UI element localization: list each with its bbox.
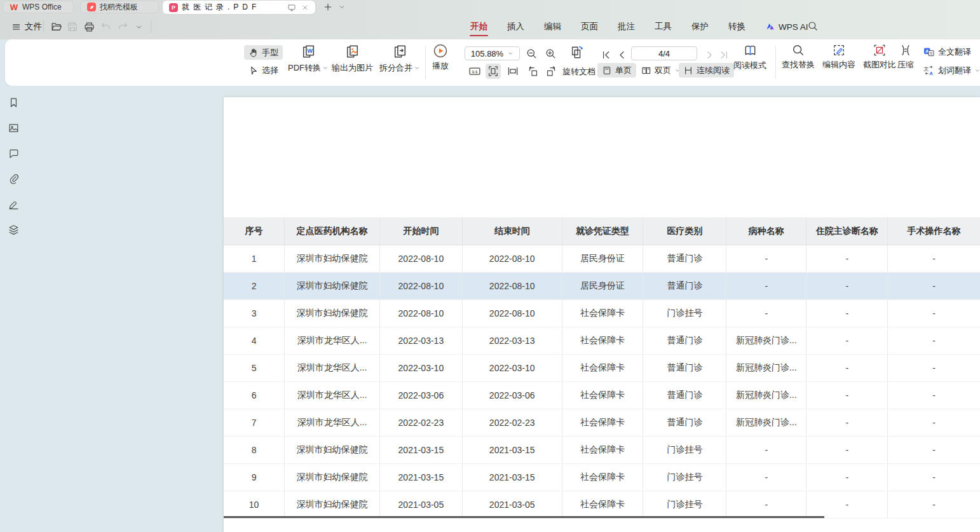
menu-item-comment[interactable]: 批注 <box>616 15 636 38</box>
play-button[interactable]: 播放 <box>432 43 449 72</box>
last-page-button[interactable] <box>716 47 732 62</box>
split-merge-icon <box>391 43 409 60</box>
export-image-button[interactable]: 输出为图片 <box>332 43 373 74</box>
compress-button[interactable]: 压缩 <box>897 43 914 71</box>
menu-item-protect[interactable]: 保护 <box>690 15 710 38</box>
undo-button[interactable] <box>99 19 114 34</box>
menu-item-page[interactable]: 页面 <box>580 15 599 38</box>
divider <box>425 46 426 79</box>
table-cell: - <box>806 327 888 355</box>
tab-list-chevron-icon[interactable] <box>336 0 348 14</box>
close-tab-icon[interactable] <box>301 4 309 11</box>
monitor-icon[interactable] <box>287 3 296 12</box>
fit-page-button[interactable] <box>486 64 501 79</box>
document-title: 就医记录.PDF <box>182 2 260 13</box>
redo-button[interactable] <box>115 19 130 34</box>
table-cell: 深圳市妇幼保健院 <box>285 464 380 491</box>
pdf-convert-button[interactable]: PDF转换 <box>288 43 329 74</box>
comments-icon[interactable] <box>8 147 20 160</box>
zoom-in-button[interactable] <box>543 46 558 61</box>
quickbar-more-chevron-icon[interactable] <box>131 19 146 34</box>
actual-size-button[interactable] <box>467 64 482 79</box>
table-cell: - <box>806 464 888 491</box>
thumbnails-icon[interactable] <box>8 122 20 134</box>
document-workspace: 序号定点医药机构名称开始时间结束时间就诊凭证类型医疗类别病种名称住院主诊断名称手… <box>0 86 980 532</box>
divider <box>775 46 776 79</box>
first-page-button[interactable] <box>598 47 613 62</box>
table-cell: 普通门诊 <box>643 327 726 355</box>
table-cell: 5 <box>224 355 285 382</box>
rotate-left-button[interactable] <box>525 64 540 79</box>
hand-tool-button[interactable]: 手型 <box>244 45 283 60</box>
table-cell: - <box>726 300 806 327</box>
page-number-input[interactable]: 4/4 <box>631 46 697 60</box>
continuous-read-button[interactable]: 连续阅读 <box>679 63 734 78</box>
table-cell: 深圳市妇幼保健院 <box>285 245 380 273</box>
continuous-icon <box>683 65 693 76</box>
table-cell: 门诊挂号 <box>643 300 726 327</box>
edit-content-button[interactable]: 编辑内容 <box>822 43 855 71</box>
table-cell: 2022-08-10 <box>380 273 463 300</box>
table-header-row: 序号定点医药机构名称开始时间结束时间就诊凭证类型医疗类别病种名称住院主诊断名称手… <box>224 217 980 245</box>
file-menu-button[interactable]: 文件 <box>8 18 46 35</box>
wps-pdf-window: W WPS Office 找稻壳模板 P 就医记录.PDF <box>0 0 980 532</box>
zoom-out-button[interactable] <box>524 46 539 61</box>
table-header-cell: 住院主诊断名称 <box>806 217 888 245</box>
menu-items: 开始插入编辑页面批注工具保护转换WPS AI <box>469 14 810 39</box>
table-cell: 2022-03-10 <box>463 355 562 382</box>
signature-icon[interactable] <box>8 198 20 210</box>
ribbon-toolbar: 手型 选择 PDF转换 输出为图片 拆分合并 播放 105.88% <box>5 39 980 86</box>
hamburger-icon <box>11 22 21 32</box>
pdf-file-icon: P <box>169 3 178 12</box>
split-merge-button[interactable]: 拆分合并 <box>379 43 420 74</box>
table-row: 8深圳市妇幼保健院2021-03-152021-03-15社会保障卡门诊挂号--… <box>224 437 980 464</box>
find-replace-button[interactable]: 查找替换 <box>782 43 815 71</box>
tab-document-active[interactable]: P 就医记录.PDF <box>163 1 315 14</box>
fit-width-button[interactable] <box>505 64 521 79</box>
table-cell: 深圳市龙华区人... <box>285 355 380 382</box>
double-page-view-button[interactable]: 双页 <box>637 63 685 78</box>
menu-item-edit[interactable]: 编辑 <box>543 15 562 38</box>
table-cell: 新冠肺炎门诊... <box>726 327 806 355</box>
table-row: 7深圳市龙华区人...2022-02-232022-02-23社会保障卡普通门诊… <box>224 409 980 437</box>
rotate-right-button[interactable] <box>543 64 559 79</box>
tab-docer-templates[interactable]: 找稻壳模板 <box>80 1 159 13</box>
attachments-icon[interactable] <box>8 173 20 185</box>
open-file-button[interactable] <box>48 19 64 34</box>
menu-item-insert[interactable]: 插入 <box>506 15 526 38</box>
full-translate-icon <box>923 46 935 58</box>
save-button[interactable] <box>65 19 80 34</box>
single-page-view-button[interactable]: 单页 <box>597 63 636 78</box>
replace-pages-button[interactable] <box>569 44 585 60</box>
full-translate-button[interactable]: 全文翻译 <box>923 46 971 58</box>
menu-item-convert[interactable]: 转换 <box>727 15 747 38</box>
pdf-convert-icon <box>300 43 317 60</box>
tab-wps-home[interactable]: W WPS Office <box>3 1 74 13</box>
next-page-button[interactable] <box>702 47 717 62</box>
print-button[interactable] <box>81 19 97 34</box>
table-cell: 普通门诊 <box>643 245 726 273</box>
zoom-level-dropdown[interactable]: 105.88% <box>465 46 520 60</box>
table-cell: 门诊挂号 <box>643 437 726 464</box>
rotate-document-label[interactable]: 旋转文档 <box>562 66 595 78</box>
layers-icon[interactable] <box>8 224 20 236</box>
menu-item-home[interactable]: 开始 <box>469 15 489 38</box>
menu-item-tools[interactable]: 工具 <box>653 15 673 38</box>
select-tool-button[interactable]: 选择 <box>244 63 283 78</box>
chevron-down-icon <box>414 65 420 71</box>
read-mode-button[interactable]: 阅读模式 <box>733 43 766 71</box>
bookmark-icon[interactable] <box>8 97 20 109</box>
medical-records-table: 序号定点医药机构名称开始时间结束时间就诊凭证类型医疗类别病种名称住院主诊断名称手… <box>224 217 980 519</box>
table-cell: 深圳市龙华区人... <box>285 409 380 437</box>
menu-item-wps-ai[interactable]: WPS AI <box>764 16 810 38</box>
table-cell: 社会保障卡 <box>562 355 644 382</box>
word-translate-button[interactable]: 划词翻译 <box>923 64 980 76</box>
table-cell: 7 <box>224 409 285 437</box>
menu-search-icon[interactable] <box>807 20 821 34</box>
previous-page-button[interactable] <box>614 47 629 62</box>
export-image-icon <box>344 43 361 60</box>
table-cell: - <box>888 382 980 409</box>
search-icon <box>791 43 805 57</box>
screenshot-compare-button[interactable]: 截图对比 <box>863 43 896 71</box>
new-tab-button[interactable] <box>322 0 334 14</box>
